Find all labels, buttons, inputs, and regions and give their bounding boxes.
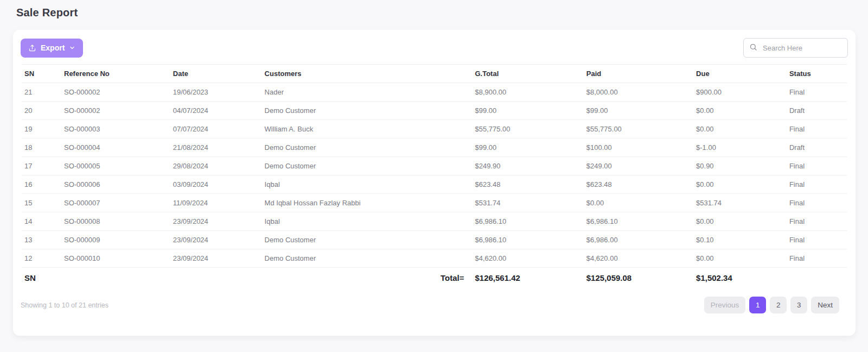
table-row: 18 SO-000004 21/08/2024 Demo Customer $9… xyxy=(22,139,847,157)
search-input[interactable] xyxy=(762,43,842,53)
table-row: 19 SO-000003 07/07/2024 William A. Buck … xyxy=(22,120,847,139)
export-button[interactable]: Export xyxy=(21,39,83,58)
cell-sn: 14 xyxy=(22,212,61,231)
cell-date: 23/09/2024 xyxy=(170,231,262,249)
cell-customer: Iqbal xyxy=(262,175,473,194)
cell-g-total: $6,986.10 xyxy=(472,231,583,249)
totals-sn-label: SN xyxy=(22,268,61,288)
cell-sn: 12 xyxy=(22,249,61,268)
cell-due: $900.00 xyxy=(693,83,787,102)
cell-g-total: $55,775.00 xyxy=(472,120,583,139)
cell-reference-no: SO-000006 xyxy=(61,175,170,194)
cell-customer: Demo Customer xyxy=(262,231,473,249)
cell-date: 21/08/2024 xyxy=(170,139,262,157)
cell-reference-no: SO-000003 xyxy=(61,120,170,139)
cell-paid: $249.00 xyxy=(584,157,693,175)
cell-date: 23/09/2024 xyxy=(170,249,262,268)
search-box xyxy=(743,38,848,58)
cell-sn: 13 xyxy=(22,231,61,249)
cell-paid: $623.48 xyxy=(584,175,693,194)
cell-due: $0.90 xyxy=(693,157,787,175)
column-header-date: Date xyxy=(170,65,262,83)
cell-due: $-1.00 xyxy=(693,139,787,157)
cell-date: 11/09/2024 xyxy=(170,194,262,212)
cell-g-total: $531.74 xyxy=(472,194,583,212)
table-row: 13 SO-000009 23/09/2024 Demo Customer $6… xyxy=(22,231,847,249)
table-header-row: SN Reference No Date Customers G.Total P… xyxy=(22,65,847,83)
pagination: Previous 123 Next xyxy=(704,297,839,313)
cell-sn: 15 xyxy=(22,194,61,212)
cell-customer: Demo Customer xyxy=(262,102,473,120)
cell-status: Final xyxy=(787,194,847,212)
cell-customer: Demo Customer xyxy=(262,249,473,268)
cell-reference-no: SO-000009 xyxy=(61,231,170,249)
search-icon xyxy=(749,43,757,53)
cell-customer: Md Iqbal Hossan Fazlay Rabbi xyxy=(262,194,473,212)
upload-icon xyxy=(28,44,36,52)
cell-paid: $100.00 xyxy=(584,139,693,157)
cell-date: 19/06/2023 xyxy=(170,83,262,102)
cell-g-total: $99.00 xyxy=(472,139,583,157)
cell-date: 23/09/2024 xyxy=(170,212,262,231)
table-row: 16 SO-000006 03/09/2024 Iqbal $623.48 $6… xyxy=(22,175,847,194)
column-header-reference-no: Reference No xyxy=(61,65,170,83)
cell-date: 03/09/2024 xyxy=(170,175,262,194)
totals-paid: $125,059.08 xyxy=(584,268,693,288)
cell-paid: $99.00 xyxy=(584,102,693,120)
cell-due: $0.10 xyxy=(693,231,787,249)
cell-date: 04/07/2024 xyxy=(170,102,262,120)
cell-customer: Demo Customer xyxy=(262,157,473,175)
sale-report-card: Export SN Reference No D xyxy=(13,30,856,336)
pagination-pages: 123 xyxy=(749,297,807,313)
cell-reference-no: SO-000004 xyxy=(61,139,170,157)
cell-due: $0.00 xyxy=(693,102,787,120)
column-header-g-total: G.Total xyxy=(472,65,583,83)
table-row: 21 SO-000002 19/06/2023 Nader $8,900.00 … xyxy=(22,83,847,102)
cell-paid: $6,986.00 xyxy=(584,231,693,249)
totals-label: Total= xyxy=(61,268,472,288)
sale-report-table: SN Reference No Date Customers G.Total P… xyxy=(22,64,847,288)
cell-sn: 16 xyxy=(22,175,61,194)
cell-reference-no: SO-000008 xyxy=(61,212,170,231)
cell-due: $531.74 xyxy=(693,194,787,212)
cell-status: Draft xyxy=(787,139,847,157)
cell-status: Final xyxy=(787,175,847,194)
column-header-status: Status xyxy=(787,65,847,83)
totals-row: SN Total= $126,561.42 $125,059.08 $1,502… xyxy=(22,268,847,288)
cell-due: $0.00 xyxy=(693,249,787,268)
previous-button[interactable]: Previous xyxy=(704,297,746,313)
cell-due: $0.00 xyxy=(693,175,787,194)
column-header-due: Due xyxy=(693,65,787,83)
totals-status-empty xyxy=(787,268,847,288)
page-button[interactable]: 2 xyxy=(770,297,787,313)
column-header-sn: SN xyxy=(22,65,61,83)
cell-g-total: $6,986.10 xyxy=(472,212,583,231)
cell-customer: Demo Customer xyxy=(262,139,473,157)
cell-status: Final xyxy=(787,249,847,268)
page-button[interactable]: 1 xyxy=(749,297,766,313)
next-button[interactable]: Next xyxy=(811,297,839,313)
cell-status: Final xyxy=(787,120,847,139)
cell-paid: $6,986.10 xyxy=(584,212,693,231)
table-row: 20 SO-000002 04/07/2024 Demo Customer $9… xyxy=(22,102,847,120)
cell-sn: 21 xyxy=(22,83,61,102)
cell-status: Final xyxy=(787,83,847,102)
cell-status: Final xyxy=(787,157,847,175)
page-button[interactable]: 3 xyxy=(790,297,807,313)
cell-due: $0.00 xyxy=(693,212,787,231)
cell-sn: 18 xyxy=(22,139,61,157)
cell-reference-no: SO-000005 xyxy=(61,157,170,175)
cell-paid: $4,620.00 xyxy=(584,249,693,268)
totals-due: $1,502.34 xyxy=(693,268,787,288)
cell-customer: Iqbal xyxy=(262,212,473,231)
showing-entries: Showing 1 to 10 of 21 entries xyxy=(21,301,108,309)
cell-reference-no: SO-000002 xyxy=(61,102,170,120)
cell-paid: $0.00 xyxy=(584,194,693,212)
cell-reference-no: SO-000002 xyxy=(61,83,170,102)
table-row: 14 SO-000008 23/09/2024 Iqbal $6,986.10 … xyxy=(22,212,847,231)
cell-reference-no: SO-000007 xyxy=(61,194,170,212)
export-button-label: Export xyxy=(41,43,65,52)
table-row: 12 SO-000010 23/09/2024 Demo Customer $4… xyxy=(22,249,847,268)
cell-g-total: $249.90 xyxy=(472,157,583,175)
cell-status: Final xyxy=(787,212,847,231)
